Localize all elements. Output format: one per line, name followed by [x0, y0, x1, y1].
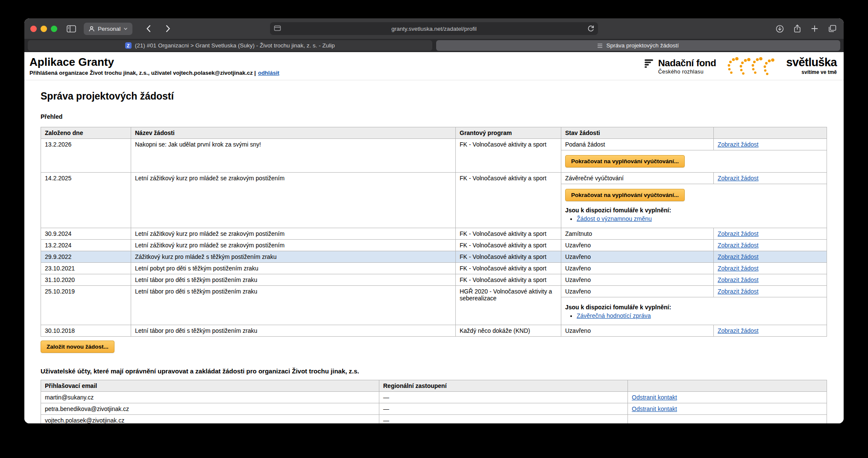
user-info-text: Přihlášená organizace Život trochu jinak… — [29, 70, 256, 76]
request-program: FK - Volnočasové aktivity a sport — [456, 173, 561, 228]
site-header-left: Aplikace Granty Přihlášená organizace Ži… — [29, 56, 279, 76]
download-icon — [776, 25, 784, 33]
view-request-link[interactable]: Zobrazit žádost — [718, 175, 759, 182]
column-header: Název žádosti — [131, 127, 456, 139]
request-action-cell: Zobrazit žádost — [714, 263, 827, 274]
account-action-cell — [628, 415, 827, 424]
column-header: Regionální zastoupení — [379, 380, 628, 392]
tabs-icon — [828, 25, 836, 32]
logout-link[interactable]: odhlásit — [258, 70, 279, 76]
continue-billing-button[interactable]: Pokračovat na vyplňování vyúčtování... — [565, 155, 685, 167]
profile-label: Personal — [98, 26, 120, 32]
nadacni-fond-subtitle: Českého rozhlasu — [658, 69, 716, 75]
view-request-link[interactable]: Zobrazit žádost — [718, 141, 759, 148]
tab-granty[interactable]: Správa projektových žádostí — [436, 40, 841, 51]
view-request-link[interactable]: Zobrazit žádost — [718, 276, 759, 283]
close-window-button[interactable] — [30, 26, 37, 32]
request-row: 31.10.2020Letní tábor pro děti s těžkým … — [41, 274, 827, 286]
zulip-icon: Z — [125, 42, 132, 49]
tab-zulip[interactable]: Z (21) #01 Organizacni > Grant Svetluska… — [28, 40, 432, 51]
url-text: granty.svetluska.net/zadatel/profil — [270, 26, 598, 32]
form-link[interactable]: Závěrečná hodnotící zpráva — [577, 312, 651, 319]
request-action-cell: Zobrazit žádost — [714, 251, 827, 263]
remove-contact-link[interactable]: Odstranit kontakt — [632, 394, 677, 401]
view-request-link[interactable]: Zobrazit žádost — [718, 265, 759, 272]
account-email: martin@sukany.cz — [41, 392, 379, 403]
request-name: Letní zážitkový kurz pro mládež se zrako… — [131, 228, 456, 240]
accounts-table-body: martin@sukany.cz—Odstranit kontaktpetra.… — [41, 392, 827, 424]
sidebar-toggle-button[interactable] — [65, 21, 78, 36]
continue-billing-button[interactable]: Pokračovat na vyplňování vyúčtování... — [565, 189, 685, 201]
chevron-down-icon — [123, 27, 128, 30]
zoom-window-button[interactable] — [51, 26, 57, 32]
reload-button[interactable] — [587, 25, 595, 32]
url-field[interactable]: granty.svetluska.net/zadatel/profil — [270, 22, 598, 35]
view-request-link[interactable]: Zobrazit žádost — [718, 288, 759, 295]
forward-icon — [166, 25, 170, 32]
request-program: Každý něco dokáže (KND) — [456, 325, 561, 337]
view-request-link[interactable]: Zobrazit žádost — [718, 327, 759, 334]
website-settings-icon[interactable] — [274, 25, 281, 32]
request-action-cell: Zobrazit žádost — [714, 139, 827, 150]
browser-window: Personal — [24, 18, 844, 423]
forward-button[interactable] — [161, 21, 174, 36]
request-action-cell: Zobrazit žádost — [714, 274, 827, 286]
tab-overview-button[interactable] — [826, 21, 839, 36]
view-request-link[interactable]: Zobrazit žádost — [718, 230, 759, 237]
request-program: FK - Volnočasové aktivity a sport — [456, 274, 561, 286]
forms-list: Žádost o významnou změnu — [577, 215, 823, 222]
request-status: Uzavřeno — [561, 325, 714, 337]
new-request-button[interactable]: Založit novou žádost... — [41, 341, 114, 353]
request-status: Podaná žádost — [561, 139, 714, 150]
account-row: petra.benedikova@zivotjinak.cz—Odstranit… — [41, 403, 827, 415]
request-program: HGŘ 2020 - Volnočasové aktivity a sebere… — [456, 286, 561, 325]
request-date: 25.10.2019 — [41, 286, 131, 325]
account-row: vojtech.polasek@zivotjinak.cz— — [41, 415, 827, 424]
remove-contact-link[interactable]: Odstranit kontakt — [632, 405, 677, 412]
view-request-link[interactable]: Zobrazit žádost — [718, 253, 759, 260]
main-content: Správa projektových žádostí Přehled Zalo… — [24, 91, 844, 423]
request-subrow-cell: Pokračovat na vyplňování vyúčtování...Js… — [561, 184, 827, 228]
request-status: Uzavřeno — [561, 286, 714, 297]
request-row: 13.2.2024Letní zážitkový kurz pro mládež… — [41, 240, 827, 251]
plus-icon — [811, 25, 818, 32]
request-subrow-cell: Pokračovat na vyplňování vyúčtování... — [561, 150, 827, 173]
tab-label: Správa projektových žádostí — [606, 42, 679, 49]
column-header: Založeno dne — [41, 127, 131, 139]
accounts-table: Přihlašovací email Regionální zastoupení… — [41, 380, 827, 423]
request-row: 13.2.2026Nakopni se: Jak udělat první kr… — [41, 139, 827, 150]
view-request-link[interactable]: Zobrazit žádost — [718, 242, 759, 249]
accounts-table-header-row: Přihlašovací email Regionální zastoupení — [41, 380, 827, 392]
account-action-cell: Odstranit kontakt — [628, 403, 827, 415]
request-status: Uzavřeno — [561, 263, 714, 274]
request-program: FK - Volnočasové aktivity a sport — [456, 139, 561, 173]
request-status: Uzavřeno — [561, 251, 714, 263]
accounts-heading: Uživatelské účty, které mají oprávnění u… — [41, 367, 827, 375]
forms-available-label: Jsou k dispozici fomuláře k vyplnění: — [565, 207, 823, 214]
request-date: 31.10.2020 — [41, 274, 131, 286]
request-row: 23.10.2021Letní pobyt pro děti s těžkým … — [41, 263, 827, 274]
form-list-item: Žádost o významnou změnu — [577, 215, 823, 222]
svg-text:Z: Z — [127, 44, 129, 48]
account-region: — — [379, 403, 628, 415]
request-name: Letní zážitkový kurz pro mládež se zrako… — [131, 240, 456, 251]
request-row: 14.2.2025Letní zážitkový kurz pro mládež… — [41, 173, 827, 184]
column-header — [714, 127, 827, 139]
svetluska-wordmark: světluška svítíme ve tmě — [786, 57, 837, 75]
form-link[interactable]: Žádost o významnou změnu — [577, 215, 652, 222]
window-controls — [30, 26, 57, 32]
share-button[interactable] — [791, 21, 803, 36]
request-name: Letní tábor pro děti s těžkým postižením… — [131, 274, 456, 286]
minimize-window-button[interactable] — [41, 26, 47, 32]
page-title: Správa projektových žádostí — [41, 91, 827, 102]
back-button[interactable] — [142, 21, 155, 36]
new-tab-button[interactable] — [808, 21, 821, 36]
request-date: 30.10.2018 — [41, 325, 131, 337]
downloads-button[interactable] — [773, 21, 786, 36]
user-info: Přihlášená organizace Život trochu jinak… — [29, 70, 279, 76]
column-header: Stav žádosti — [561, 127, 714, 139]
request-action-cell: Zobrazit žádost — [714, 286, 827, 297]
request-program: FK - Volnočasové aktivity a sport — [456, 263, 561, 274]
profile-menu[interactable]: Personal — [84, 23, 132, 35]
request-action-cell: Zobrazit žádost — [714, 240, 827, 251]
